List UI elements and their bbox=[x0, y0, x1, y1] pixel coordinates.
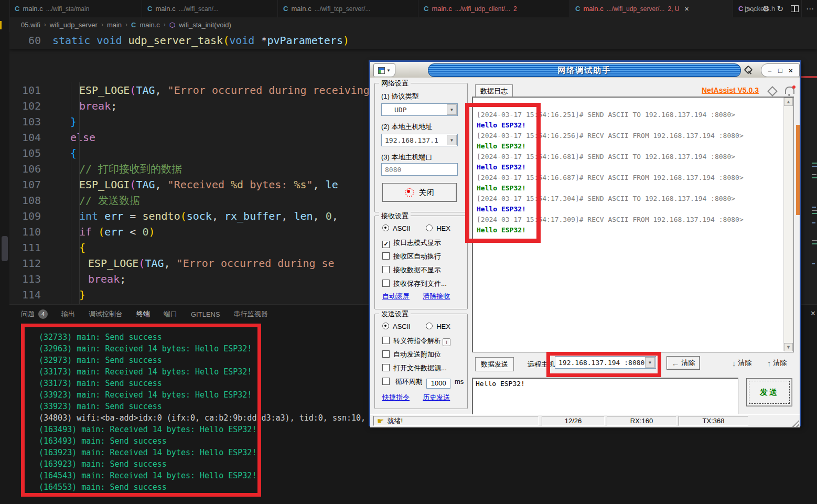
hex-radio[interactable] bbox=[426, 323, 433, 329]
ascii-radio[interactable] bbox=[382, 224, 389, 231]
line-number: 108 bbox=[9, 192, 41, 208]
checkbox[interactable] bbox=[382, 252, 390, 260]
quick-command-link[interactable]: 快捷指令 bbox=[382, 393, 410, 401]
editor-tab[interactable]: Cmain.c.../wifi_tcp_server/... bbox=[278, 0, 418, 17]
checkbox[interactable] bbox=[382, 337, 390, 344]
loop-period-checkbox[interactable] bbox=[382, 378, 390, 385]
pin-icon[interactable] bbox=[744, 66, 752, 74]
editor-tab[interactable]: Cmain.c.../wifi_udp_client/...2 bbox=[418, 0, 570, 17]
checkbox[interactable] bbox=[382, 280, 390, 287]
history-send-link[interactable]: 历史发送 bbox=[423, 393, 450, 401]
clear-down-button[interactable]: ↓ 清除 bbox=[732, 356, 752, 370]
breadcrumb-item[interactable]: wifi_sta_init(void) bbox=[179, 21, 231, 29]
run-debug-icon[interactable]: ▷⌄ bbox=[745, 4, 755, 14]
code-token: TAG bbox=[136, 84, 155, 96]
dropdown-arrow-icon[interactable]: ▼ bbox=[447, 104, 457, 115]
log-scrollbar[interactable]: ▲ ▼ bbox=[783, 98, 793, 351]
tab-data-log[interactable]: 数据日志 bbox=[475, 84, 513, 97]
clear-up-button[interactable]: ↑ 清除 bbox=[767, 356, 787, 370]
code-token bbox=[92, 226, 98, 238]
protocol-select[interactable]: UDP ▼ bbox=[381, 103, 458, 116]
hex-radio[interactable] bbox=[426, 224, 433, 231]
minimap-line bbox=[812, 166, 817, 167]
checkbox[interactable] bbox=[382, 266, 390, 273]
status-counter: 12/26 bbox=[542, 416, 605, 426]
app-menu-icon[interactable]: ▼ bbox=[373, 63, 395, 77]
netassist-titlebar[interactable]: ▼ 网络调试助手 – □ × bbox=[370, 62, 800, 78]
indent-guides bbox=[71, 82, 89, 304]
tab-problems-badge: 2 bbox=[513, 5, 517, 13]
tab-label: main.c bbox=[23, 5, 42, 13]
panel-tab-终端[interactable]: 终端 bbox=[136, 309, 150, 319]
close-button[interactable]: × bbox=[789, 67, 793, 74]
c-file-icon: C bbox=[15, 5, 19, 13]
local-host-select[interactable]: 192.168.137.1 ▼ bbox=[381, 134, 458, 146]
more-actions-icon[interactable]: ⋯ bbox=[806, 4, 814, 14]
status-ready: ☛ 就绪! bbox=[373, 416, 539, 426]
editor-tab[interactable]: Cmain.c.../wifi_sta/main bbox=[9, 0, 142, 17]
clear-recv-link[interactable]: 清除接收 bbox=[423, 292, 450, 300]
local-port-input[interactable]: 8080 bbox=[381, 163, 458, 176]
send-button[interactable]: 发送 bbox=[746, 378, 792, 406]
close-connection-button[interactable]: 关闭 bbox=[382, 183, 457, 202]
c-file-icon: C bbox=[283, 5, 288, 13]
diamond-icon[interactable] bbox=[767, 86, 778, 96]
maximize-button[interactable]: □ bbox=[778, 67, 782, 74]
settings-gear-icon[interactable]: ⚙ bbox=[762, 4, 769, 14]
close-tab-icon[interactable]: × bbox=[684, 5, 689, 13]
group-title: 发送设置 bbox=[379, 309, 411, 319]
code-token: ; bbox=[120, 273, 126, 285]
panel-tab-问题[interactable]: 问题4 bbox=[21, 309, 48, 319]
close-panel-icon[interactable]: × bbox=[811, 309, 815, 318]
scroll-up-icon[interactable]: ▲ bbox=[784, 98, 793, 106]
editor-tab[interactable]: Cmain.c.../wifi_scan/... bbox=[142, 0, 278, 17]
auto-scroll-link[interactable]: 自动滚屏 bbox=[382, 292, 410, 300]
code-token: < bbox=[123, 226, 142, 238]
checkbox[interactable] bbox=[382, 364, 390, 371]
minimap-line bbox=[812, 213, 817, 214]
editor-tab[interactable]: Cmain.c.../wifi_udp_server/...2, U× bbox=[570, 0, 733, 17]
group-title: 网络设置 bbox=[379, 79, 411, 88]
panel-tab-输出[interactable]: 输出 bbox=[61, 309, 75, 319]
sticky-scroll-line[interactable]: 60static void udp_server_task(void *pvPa… bbox=[9, 32, 817, 49]
loop-period-input[interactable]: 1000 bbox=[426, 379, 450, 389]
panel-tab-label: 输出 bbox=[61, 309, 75, 319]
minimap-line bbox=[812, 243, 817, 244]
panel-tab-GITLENS[interactable]: GITLENS bbox=[191, 310, 220, 318]
resize-grip[interactable] bbox=[791, 419, 799, 427]
scrollbar-handle[interactable] bbox=[2, 236, 8, 261]
bell-icon[interactable] bbox=[785, 87, 794, 94]
dropdown-arrow-icon[interactable]: ▼ bbox=[447, 135, 457, 145]
breadcrumb-item[interactable]: wifi_udp_server bbox=[50, 21, 98, 29]
history-icon[interactable]: ↻ bbox=[777, 4, 783, 14]
checkbox-label: 自动发送附加位 bbox=[393, 350, 441, 358]
connection-status-icon bbox=[405, 188, 414, 197]
panel-tab-调试控制台[interactable]: 调试控制台 bbox=[89, 309, 123, 319]
code-text: ESP_LOGI(TAG, "Received %d bytes: %s", l… bbox=[79, 177, 338, 192]
minimap-line bbox=[812, 174, 816, 175]
breadcrumb-item[interactable]: 05.wifi bbox=[21, 21, 40, 29]
checkbox-option: 转义符指令解析i bbox=[382, 336, 450, 346]
activity-strip bbox=[0, 0, 10, 504]
info-icon[interactable]: i bbox=[443, 338, 450, 346]
ascii-radio[interactable] bbox=[382, 323, 389, 329]
code-token: ) bbox=[148, 226, 155, 238]
code-token bbox=[122, 34, 128, 47]
breadcrumb-item[interactable]: main.c bbox=[139, 21, 159, 29]
split-editor-icon[interactable] bbox=[791, 5, 799, 12]
breadcrumb-item[interactable]: main bbox=[107, 21, 122, 29]
code-token: ESP_LOGE bbox=[88, 257, 138, 270]
panel-tab-端口[interactable]: 端口 bbox=[164, 309, 177, 319]
code-token: , bbox=[313, 178, 326, 191]
tab-data-send[interactable]: 数据发送 bbox=[475, 357, 514, 371]
netassist-version-link[interactable]: NetAssist V5.0.3 bbox=[702, 86, 759, 94]
c-file-icon: C bbox=[738, 5, 743, 13]
checkbox[interactable] bbox=[382, 350, 390, 358]
checkbox[interactable]: ✓ bbox=[382, 241, 390, 248]
scroll-down-icon[interactable]: ▼ bbox=[784, 343, 793, 351]
checkbox-option: 接收保存到文件... bbox=[382, 279, 447, 288]
panel-tab-串行监视器[interactable]: 串行监视器 bbox=[234, 309, 268, 319]
clear-send-button[interactable]: ← 清除 bbox=[666, 356, 700, 370]
minimize-button[interactable]: – bbox=[768, 67, 771, 74]
tab-directory: .../wifi_tcp_server/... bbox=[315, 5, 371, 13]
